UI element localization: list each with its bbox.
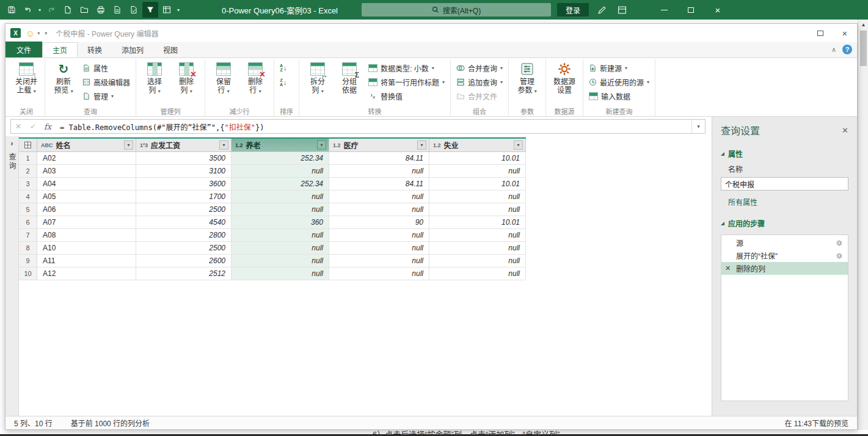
filter-button[interactable]: [142, 2, 158, 18]
choose-columns-button[interactable]: 选择 列 ▾: [139, 61, 170, 96]
grid-cell[interactable]: 2512: [136, 267, 232, 280]
grid-cell[interactable]: A08: [37, 229, 136, 242]
grid-cell[interactable]: null: [329, 165, 429, 178]
merge-queries-button[interactable]: 合并查询 ▾: [454, 61, 505, 74]
group-by-button[interactable]: 分组 依据: [334, 61, 365, 96]
grid-cell[interactable]: A10: [37, 242, 136, 255]
save-button[interactable]: [4, 2, 20, 18]
new-source-button[interactable]: 新建源 ▾: [586, 61, 652, 74]
row-number[interactable]: 4: [19, 191, 37, 203]
sort-descending-button[interactable]: ZA↓: [277, 76, 290, 89]
table-view-button[interactable]: [159, 2, 175, 18]
smiley-caret-icon[interactable]: ▾: [37, 31, 40, 36]
data-source-settings-button[interactable]: 数据源 设置: [549, 61, 580, 96]
row-number[interactable]: 2: [19, 165, 37, 178]
expand-queries-pane-icon[interactable]: ›: [10, 139, 13, 148]
grid-cell[interactable]: 90: [329, 216, 429, 229]
manage-button[interactable]: 管理 ▾: [80, 89, 133, 103]
row-number[interactable]: 9: [19, 255, 37, 267]
grid-cell[interactable]: 84.11: [329, 152, 429, 165]
column-header-pension-selected[interactable]: 1.2 养老 ▼: [232, 139, 329, 152]
grid-cell[interactable]: null: [429, 191, 526, 203]
grid-cell[interactable]: 2600: [136, 255, 232, 267]
grid-cell[interactable]: null: [329, 191, 429, 203]
column-header-unemployment[interactable]: 1.2 失业 ▼: [429, 139, 526, 152]
manage-parameters-button[interactable]: 管理 参数 ▾: [512, 61, 542, 96]
step-removed-columns-selected[interactable]: ✕ 删除的列: [721, 262, 848, 275]
feedback-smiley-icon[interactable]: ☺: [26, 29, 35, 38]
grid-cell[interactable]: 10.01: [429, 152, 526, 165]
grid-cell[interactable]: null: [429, 242, 526, 255]
signin-button[interactable]: 登录: [557, 3, 589, 16]
grid-cell[interactable]: 3100: [136, 165, 232, 178]
grid-cell[interactable]: 3500: [136, 152, 232, 165]
grid-cell[interactable]: A07: [37, 216, 136, 229]
grid-cell[interactable]: null: [232, 229, 329, 242]
pq-close-button[interactable]: ×: [833, 24, 857, 42]
grid-cell[interactable]: null: [429, 229, 526, 242]
sort-ascending-button[interactable]: AZ↓: [277, 61, 290, 74]
open-button[interactable]: [76, 2, 92, 18]
close-button[interactable]: ×: [704, 0, 731, 20]
delete-step-icon[interactable]: ✕: [725, 264, 731, 272]
pq-maximize-button[interactable]: [808, 24, 833, 42]
row-number[interactable]: 5: [19, 203, 37, 216]
column-filter-button[interactable]: ▼: [417, 140, 426, 150]
grid-cell[interactable]: null: [429, 165, 526, 178]
grid-cell[interactable]: null: [329, 242, 429, 255]
qat-caret-icon[interactable]: ▾: [45, 31, 47, 36]
grid-cell[interactable]: A02: [37, 152, 136, 165]
tab-view[interactable]: 视图: [153, 42, 188, 57]
column-filter-button[interactable]: ▼: [514, 140, 523, 150]
step-gear-icon[interactable]: [836, 239, 843, 247]
column-filter-button[interactable]: ▼: [219, 140, 228, 150]
close-and-load-button[interactable]: 关闭并 上载 ▾: [11, 61, 42, 96]
settings-close-icon[interactable]: ✕: [842, 126, 848, 135]
grid-cell[interactable]: null: [232, 267, 329, 280]
row-number[interactable]: 7: [19, 229, 37, 242]
grid-cell[interactable]: 10.01: [429, 216, 526, 229]
new-file-button[interactable]: [60, 2, 76, 18]
row-number[interactable]: 6: [19, 216, 37, 229]
grid-cell[interactable]: 3600: [136, 178, 232, 191]
split-column-button[interactable]: 拆分 列 ▾: [302, 61, 333, 96]
formula-input[interactable]: = Table.RemoveColumns(#"展开的“社保”",{"扣社保"}…: [55, 122, 691, 132]
grid-cell[interactable]: 1700: [136, 191, 232, 203]
remove-columns-button[interactable]: 删除 列 ▾: [171, 61, 202, 96]
grid-cell[interactable]: A11: [37, 255, 136, 267]
row-number[interactable]: 3: [19, 178, 37, 191]
row-number[interactable]: 8: [19, 242, 37, 255]
append-queries-button[interactable]: 追加查询 ▾: [454, 75, 505, 89]
minimize-button[interactable]: [651, 0, 677, 20]
query-name-input[interactable]: [721, 177, 848, 191]
tab-add-column[interactable]: 添加列: [112, 42, 153, 57]
applied-steps-section-header[interactable]: 应用的步骤: [721, 218, 848, 228]
data-type-button[interactable]: 数据类型: 小数 ▾: [366, 61, 447, 74]
column-header-gross-pay[interactable]: 1²3 应发工资 ▼: [136, 139, 232, 152]
quick-doc2-button[interactable]: [126, 2, 142, 18]
select-all-corner[interactable]: [19, 139, 37, 152]
properties-section-header[interactable]: 属性: [721, 148, 848, 159]
grid-cell[interactable]: null: [429, 255, 526, 267]
all-properties-link[interactable]: 所有属性: [721, 197, 848, 207]
grid-cell[interactable]: null: [232, 165, 329, 178]
use-first-row-as-headers-button[interactable]: 将第一行用作标题 ▾: [366, 75, 447, 89]
grid-cell[interactable]: null: [329, 267, 429, 280]
undo-button[interactable]: [20, 2, 36, 18]
grid-cell[interactable]: 2500: [136, 242, 232, 255]
grid-cell[interactable]: 10.01: [429, 178, 526, 191]
row-number[interactable]: 10: [19, 267, 37, 280]
grid-cell[interactable]: 4540: [136, 216, 232, 229]
column-header-name[interactable]: ABC 姓名 ▼: [37, 139, 136, 152]
pen-icon[interactable]: [597, 5, 607, 15]
grid-cell[interactable]: null: [232, 255, 329, 267]
step-gear-icon[interactable]: [836, 252, 843, 260]
replace-values-button[interactable]: ¹₂ 替换值: [366, 89, 447, 103]
help-icon[interactable]: ?: [842, 45, 852, 54]
column-filter-button[interactable]: ▼: [124, 140, 133, 150]
grid-cell[interactable]: 360: [232, 216, 329, 229]
grid-cell[interactable]: null: [429, 267, 526, 280]
grid-cell[interactable]: A04: [37, 178, 136, 191]
grid-cell[interactable]: A06: [37, 203, 136, 216]
tab-home[interactable]: 主页: [42, 42, 78, 57]
